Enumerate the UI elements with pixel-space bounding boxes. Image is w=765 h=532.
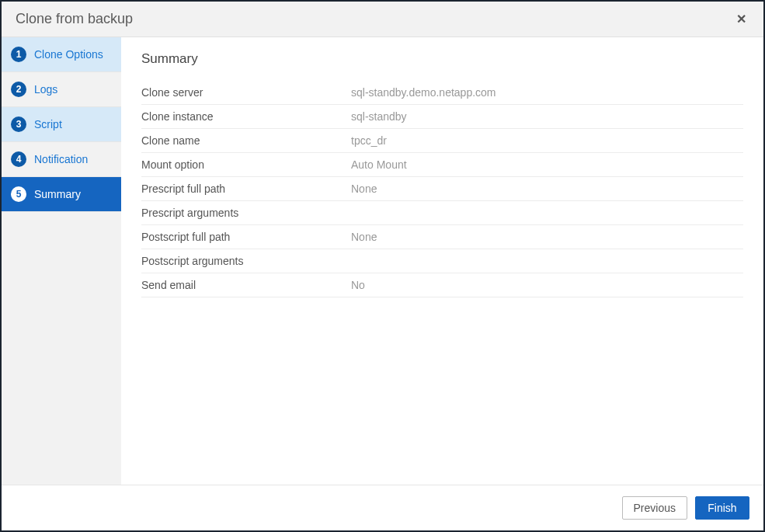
sidebar-step-script[interactable]: 3 Script xyxy=(2,107,121,142)
previous-button[interactable]: Previous xyxy=(622,496,687,520)
dialog-footer: Previous Finish xyxy=(2,485,763,530)
step-label: Notification xyxy=(34,153,112,165)
summary-value: sql-standby xyxy=(351,110,407,123)
summary-row-clone-instance: Clone instance sql-standby xyxy=(141,105,743,129)
dialog-title: Clone from backup xyxy=(16,11,133,27)
summary-row-prescript-args: Prescript arguments xyxy=(141,201,743,225)
summary-label: Prescript full path xyxy=(141,183,351,195)
summary-value: None xyxy=(351,231,377,243)
summary-label: Postscript full path xyxy=(141,231,351,243)
step-number: 5 xyxy=(11,186,26,202)
sidebar-step-summary[interactable]: 5 Summary xyxy=(2,177,121,212)
dialog-header: Clone from backup ✕ xyxy=(2,2,763,37)
summary-value: No xyxy=(351,279,365,291)
summary-label: Mount option xyxy=(141,158,351,171)
wizard-sidebar: 1 Clone Options 2 Logs 3 Script 4 Notifi… xyxy=(2,37,121,485)
step-number: 4 xyxy=(11,151,26,167)
summary-value: tpcc_dr xyxy=(351,134,387,147)
summary-row-clone-name: Clone name tpcc_dr xyxy=(141,129,743,153)
summary-label: Postscript arguments xyxy=(141,255,351,267)
sidebar-step-logs[interactable]: 2 Logs xyxy=(2,72,121,107)
step-label: Logs xyxy=(34,83,112,96)
step-label: Script xyxy=(34,118,112,130)
summary-label: Clone server xyxy=(141,86,351,99)
summary-value: Auto Mount xyxy=(351,158,407,171)
dialog-body: 1 Clone Options 2 Logs 3 Script 4 Notifi… xyxy=(2,37,763,485)
summary-row-mount-option: Mount option Auto Mount xyxy=(141,153,743,177)
close-icon[interactable]: ✕ xyxy=(733,13,749,26)
clone-from-backup-dialog: Clone from backup ✕ 1 Clone Options 2 Lo… xyxy=(0,0,765,532)
summary-label: Clone instance xyxy=(141,110,351,123)
sidebar-step-clone-options[interactable]: 1 Clone Options xyxy=(2,37,121,72)
summary-row-prescript-path: Prescript full path None xyxy=(141,177,743,201)
summary-label: Send email xyxy=(141,279,351,291)
summary-panel: Summary Clone server sql-standby.demo.ne… xyxy=(121,37,763,485)
step-label: Clone Options xyxy=(34,48,112,61)
summary-value: sql-standby.demo.netapp.com xyxy=(351,86,496,99)
summary-row-postscript-path: Postscript full path None xyxy=(141,225,743,249)
step-number: 3 xyxy=(11,116,26,132)
panel-title: Summary xyxy=(141,51,743,67)
sidebar-step-notification[interactable]: 4 Notification xyxy=(2,142,121,177)
summary-value: None xyxy=(351,183,377,195)
summary-label: Clone name xyxy=(141,134,351,147)
step-number: 1 xyxy=(11,47,26,62)
step-label: Summary xyxy=(34,188,112,200)
summary-label: Prescript arguments xyxy=(141,207,351,219)
finish-button[interactable]: Finish xyxy=(695,496,749,520)
summary-row-send-email: Send email No xyxy=(141,273,743,297)
summary-row-clone-server: Clone server sql-standby.demo.netapp.com xyxy=(141,81,743,105)
step-number: 2 xyxy=(11,82,26,97)
summary-row-postscript-args: Postscript arguments xyxy=(141,249,743,273)
